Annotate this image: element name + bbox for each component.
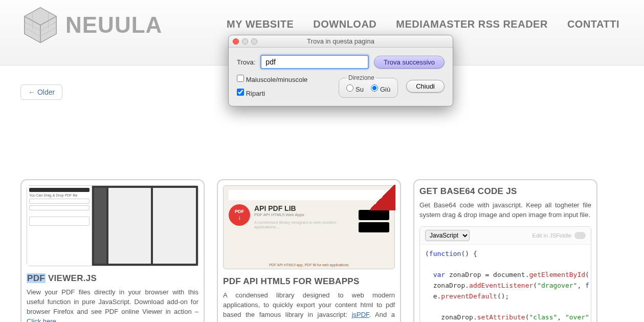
nav-contatti[interactable]: CONTATTI [567,18,619,30]
dir-up-radio-row[interactable]: Su [346,84,364,93]
link-jspdf[interactable]: jsPDF [352,311,369,318]
nav-download[interactable]: DOWNLOAD [313,18,376,30]
traffic-minimize-icon[interactable] [242,38,248,45]
nav-mywebsite[interactable]: MY WEBSITE [227,18,294,30]
nav-rss[interactable]: MEDIAMASTER RSS READER [396,18,548,30]
find-label: Trova: [237,58,255,66]
main-nav: MY WEBSITE DOWNLOAD MEDIAMASTER RSS READ… [227,18,619,30]
card3-codebox: JavaScript Edit in JSFiddle (function() … [419,226,591,322]
case-checkbox[interactable] [237,75,244,82]
card3-title: GET BASE64 CODE JS [419,186,591,197]
card-pdf-api: PDF↓ API PDF LIBPDF API HTML5 Web AppsA … [217,179,401,322]
pdf-icon: PDF↓ [229,204,250,226]
card2-desc: A condensed library designed to web mode… [223,291,395,322]
dialog-title: Trova in questa pagina [229,37,453,45]
older-button[interactable]: ← Older [20,84,62,100]
wrap-checkbox[interactable] [237,89,244,96]
card2-title: PDF API HTML5 FOR WEBAPPS [223,276,395,287]
find-next-button[interactable]: Trova successivo [374,56,445,69]
link-html2canvas[interactable]: html2canvas [346,320,384,322]
card3-lang-select[interactable]: JavaScript [425,230,470,241]
card3-code: (function() { var zonaDrop = document.ge… [420,245,591,322]
find-input[interactable] [260,55,369,69]
cloud-icon [574,232,586,239]
dir-up-radio[interactable] [346,84,353,92]
traffic-close-icon[interactable] [233,38,239,45]
direction-fieldset: Direzione Su Giù [339,74,398,98]
dir-down-radio-row[interactable]: Giù [371,84,390,93]
close-button[interactable]: Chiudi [406,80,445,93]
dir-down-radio[interactable] [371,84,378,92]
card1-thumbnail[interactable]: You Can Drag & Drop PDF file [27,185,198,266]
card3-edit-jsfiddle[interactable]: Edit in JSFiddle [532,232,586,239]
link-canvg[interactable]: canvg [312,320,329,322]
cube-icon [20,5,60,45]
find-dialog: Trova in questa pagina Trova: Trova succ… [228,35,453,106]
direction-legend: Direzione [346,74,376,81]
dialog-titlebar[interactable]: Trova in questa pagina [229,35,453,48]
card1-clickhere-link[interactable]: Click here [27,317,56,322]
wrap-checkbox-row[interactable]: Riparti [237,89,330,97]
card-base64: GET BASE64 CODE JS Get Base64 code with … [413,179,597,322]
card-pdf-viewer: You Can Drag & Drop PDF file PDF VIEWER.… [20,179,205,322]
case-checkbox-row[interactable]: Maiuscole/minuscole [237,75,330,83]
logo[interactable]: NEUULA [20,5,162,45]
card1-title: PDF VIEWER.JS [27,273,198,284]
card2-thumbnail[interactable]: PDF↓ API PDF LIBPDF API HTML5 Web AppsA … [223,185,395,269]
brand-name: NEUULA [65,12,162,38]
card3-desc: Get Base64 code with javascript. Keep al… [419,201,591,220]
card1-desc: View your PDF files directly in your bro… [27,288,198,322]
traffic-zoom-icon[interactable] [251,38,257,45]
